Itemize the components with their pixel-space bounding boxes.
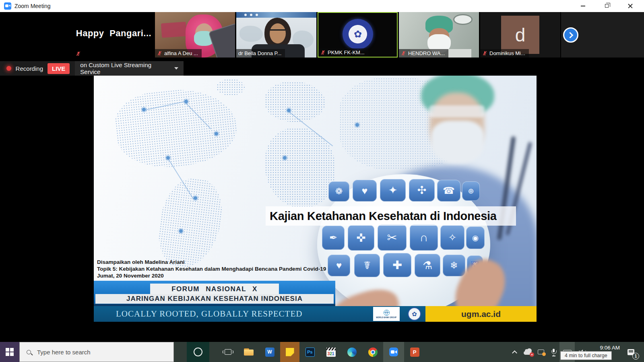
word-taskbar-button[interactable]: W: [259, 342, 280, 362]
participant-tile-4[interactable]: ✿PKMK FK-KM...: [318, 12, 398, 58]
chrome-taskbar-button[interactable]: [362, 342, 383, 362]
scissors-icon: ✂: [378, 224, 407, 251]
cortana-button[interactable]: [187, 342, 209, 362]
muted-mic-icon: [76, 51, 81, 56]
onedrive-tray-button[interactable]: ×: [521, 342, 535, 362]
stream-service-dropdown[interactable]: on Custom Live Streaming Service: [75, 61, 184, 76]
participant-name-tag: Dominikus Mi...: [480, 49, 529, 58]
heart-organ-icon: ♥: [353, 180, 377, 202]
microphone-icon: [551, 349, 556, 356]
taskbar-apps: WPs321P: [217, 342, 425, 362]
caduceus-icon: ☤: [354, 254, 380, 277]
world-bank-label: WORLD BANK GROUP: [376, 316, 397, 318]
body-icon: ⊕: [462, 181, 480, 201]
muted-mic-icon: [157, 51, 162, 56]
chevron-right-icon: [567, 32, 573, 38]
restore-button[interactable]: [597, 0, 616, 12]
decor: [157, 51, 162, 56]
sticky-notes-icon: [286, 348, 294, 356]
file-explorer-taskbar-button[interactable]: [238, 342, 259, 362]
next-participants-button[interactable]: [563, 27, 578, 43]
live-badge[interactable]: LIVE: [47, 63, 70, 74]
zoom-icon: [389, 348, 398, 356]
start-button[interactable]: [0, 342, 19, 362]
flask-icon: ⚗: [415, 254, 440, 277]
media-player-321-icon: 321: [326, 348, 336, 357]
decor: [194, 196, 197, 200]
sticky-notes-taskbar-button[interactable]: [280, 342, 299, 362]
cardiogram-icon: ♥: [328, 255, 350, 276]
decor: 1: [332, 352, 334, 356]
powerpoint-icon: P: [410, 348, 419, 357]
powerpoint-taskbar-button[interactable]: P: [404, 342, 425, 362]
taskbar: Type here to search WPs321P × 9:06 AM 1: [0, 342, 644, 362]
edge-taskbar-button[interactable]: [341, 342, 362, 362]
organ-icon: ✣: [409, 179, 435, 202]
titlebar: Zoom Meeting: [0, 0, 644, 12]
search-icon: [27, 350, 31, 354]
window-title: Zoom Meeting: [14, 3, 50, 9]
search-input[interactable]: Type here to search: [19, 342, 174, 362]
cortana-icon: [194, 348, 202, 356]
decor: [484, 54, 485, 55]
participant-tile-1[interactable]: Happy Pangari...: [74, 12, 154, 58]
sync-tray-button[interactable]: [535, 342, 547, 362]
video-strip: Happy Pangari...alfina A Deu ...dr Bella…: [0, 12, 644, 58]
syringe-icon: ✒: [322, 226, 345, 250]
speaker-line: Disampaikan oleh Madelina Ariani: [97, 259, 326, 265]
decor: [161, 22, 187, 38]
decor: [77, 55, 79, 56]
avatar: d: [501, 16, 539, 54]
hidden-icons-chevron-icon: [512, 350, 517, 356]
participant-tile-3[interactable]: dr Bella Donna P...: [236, 12, 316, 58]
ear-phone-icon: ☎: [437, 180, 460, 202]
participant-name: Happy Pangari...: [74, 28, 154, 39]
slide-footer: LOCALLY ROOTED, GLOBALLY RESPECTED WORLD…: [94, 306, 537, 322]
windows-logo-icon: [6, 348, 14, 356]
decor: [10, 348, 14, 352]
decor: [223, 351, 224, 353]
footer-url: ugm.ac.id: [461, 309, 501, 319]
battery-tooltip: 4 min to full charge: [560, 351, 612, 360]
decor: [6, 352, 9, 356]
decor: [372, 351, 374, 354]
zoom-taskbar-button[interactable]: [383, 342, 404, 362]
participant-tile-5[interactable]: HENDRO WA...: [399, 12, 479, 58]
decor: [395, 350, 397, 354]
decor: [283, 156, 287, 160]
decor: [391, 350, 394, 354]
action-center-button[interactable]: 1: [621, 342, 640, 362]
participant-tile-6[interactable]: dDominikus Mi...: [480, 12, 560, 58]
hidden-icons-button[interactable]: [508, 342, 521, 362]
shared-screen-slide: ❁♥✦✣☎⊕✒✜✂∩✧◉♥☤✚⚗❄♿ Kajian Ketahanan Kese…: [94, 76, 537, 322]
decor: [215, 132, 218, 136]
world-bank-logo: WORLD BANK GROUP: [373, 307, 400, 321]
decor: [552, 356, 555, 356]
decor: [326, 348, 336, 350]
close-button[interactable]: [621, 0, 640, 12]
task-view-taskbar-button[interactable]: [217, 342, 238, 362]
file-explorer-icon: [244, 348, 254, 356]
photoshop-icon: Ps: [305, 348, 315, 357]
onedrive-error-icon: ×: [524, 351, 532, 355]
muted-mic-icon: [401, 51, 406, 56]
forum-title: FORUM NASIONAL X: [150, 284, 279, 294]
minimize-icon: [581, 6, 585, 6]
zoom-logo-icon: [4, 2, 11, 10]
participant-tile-2[interactable]: alfina A Deu ...: [155, 12, 235, 58]
decor: [482, 51, 487, 56]
zoom-meeting-window: Zoom Meeting Happy Pangari...alfina A De…: [0, 0, 644, 362]
media-player-321-taskbar-button[interactable]: 321: [320, 342, 341, 362]
microphone-tray-button[interactable]: [547, 342, 559, 362]
decor: [5, 4, 8, 7]
participant-name-tag: dr Bella Donna P...: [236, 49, 285, 58]
decor: [10, 352, 14, 356]
photoshop-taskbar-button[interactable]: Ps: [299, 342, 320, 362]
vaccine-icon: ✧: [440, 225, 464, 250]
decor: [244, 350, 254, 356]
world-bank-globe-icon: [384, 310, 390, 316]
participant-name: alfina A Deu ...: [164, 50, 198, 56]
decor: [159, 54, 160, 55]
minimize-button[interactable]: [574, 0, 592, 12]
sync-icon: [538, 350, 544, 354]
